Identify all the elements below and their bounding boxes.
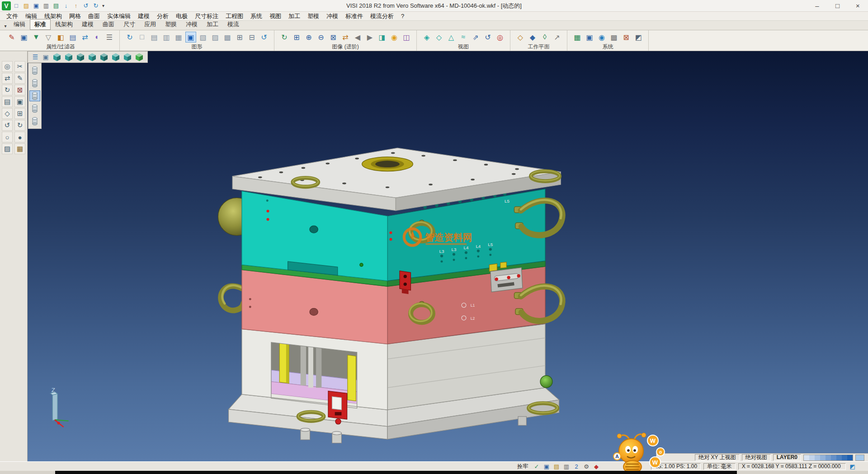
view-top-icon[interactable]: ◇ (434, 32, 444, 43)
swap-icon[interactable]: ⇄ (80, 32, 90, 43)
menu-moldflow[interactable]: 模流分析 (367, 12, 397, 20)
render-active-icon[interactable]: ▣ (185, 32, 196, 43)
silhouette-icon[interactable]: ▩ (222, 32, 233, 43)
ghost-page-icon[interactable]: ▦ (173, 32, 184, 43)
view-normal-icon[interactable]: ⇗ (470, 32, 481, 43)
viewport-3d[interactable]: ☰▣ (28, 51, 868, 461)
zoom-window-icon[interactable]: ⊞ (291, 32, 302, 43)
prev-view-icon[interactable]: ◀ (352, 32, 363, 43)
ucs-mini-icon[interactable]: ◩ (849, 462, 857, 470)
regen-icon[interactable]: ↺ (259, 32, 269, 43)
print-small-icon[interactable]: ▥ (562, 462, 571, 470)
extrude-icon[interactable]: ⊞ (14, 108, 25, 119)
scale-field[interactable]: LS: 1.00 PS: 1.00 (651, 463, 701, 470)
tab-dimension[interactable]: 尺寸 (119, 19, 140, 30)
gallery-icon[interactable]: ▤ (552, 462, 561, 470)
settings-icon[interactable]: ⚙ (582, 462, 590, 470)
shade-mode-icon[interactable]: ◨ (377, 32, 387, 43)
abs-view-field[interactable]: 绝对视图 (742, 454, 771, 461)
view-cube-5[interactable] (99, 52, 109, 62)
visi-logo-icon[interactable]: V (2, 1, 11, 10)
workplane-align-icon[interactable]: ↗ (552, 32, 562, 43)
body-item-2[interactable] (29, 78, 40, 89)
workplane-xy-icon[interactable]: ◇ (515, 32, 526, 43)
zoom-fit-icon[interactable]: ⊠ (328, 32, 339, 43)
color-swatch-strip[interactable] (803, 455, 853, 461)
system-display-icon[interactable]: ▣ (584, 32, 595, 43)
copy-icon[interactable]: ▣ (14, 96, 25, 107)
measure-icon[interactable]: ◇ (2, 108, 13, 119)
show-icon[interactable]: ● (14, 132, 25, 142)
system-cube-icon[interactable]: ◩ (633, 32, 644, 43)
delete-icon[interactable]: ⊠ (14, 85, 25, 95)
sketch-icon[interactable]: ✎ (14, 73, 25, 84)
clip-plane-icon[interactable]: ◫ (401, 32, 412, 43)
color-swatch[interactable] (842, 455, 847, 460)
select-icon[interactable]: ◎ (2, 61, 13, 72)
minimize-button[interactable]: – (807, 0, 827, 11)
plot-icon[interactable]: ▤ (52, 1, 61, 10)
zoom-in-icon[interactable]: ⊕ (303, 32, 314, 43)
view-cube-6[interactable] (110, 52, 121, 62)
close-button[interactable]: × (848, 0, 868, 11)
view-cube-4[interactable] (87, 52, 98, 62)
maximize-button[interactable]: □ (827, 0, 848, 11)
hidden-page-icon[interactable]: ▥ (161, 32, 172, 43)
tab-modeling[interactable]: 建模 (77, 19, 98, 30)
filter-clear-icon[interactable]: ▽ (43, 32, 54, 43)
trim-icon[interactable]: ✂ (14, 61, 25, 72)
hide-icon[interactable]: ○ (2, 132, 13, 142)
view-cube-1[interactable] (52, 52, 62, 62)
translucent-icon[interactable]: ▧ (198, 32, 208, 43)
body-item-3[interactable] (29, 90, 40, 101)
new-file-icon[interactable]: □ (12, 1, 21, 10)
color-swatch[interactable] (809, 455, 815, 460)
view-rotate-icon[interactable]: ↺ (482, 32, 493, 43)
menu-die[interactable]: 冲模 (323, 12, 342, 20)
tab-molding[interactable]: 塑膜 (160, 19, 181, 30)
property-copy-icon[interactable]: ▣ (19, 32, 29, 43)
mold-assembly[interactable] (218, 148, 562, 443)
print-icon[interactable]: ▥ (42, 1, 51, 10)
import-icon[interactable]: ↓ (61, 1, 71, 10)
body-item-5[interactable] (29, 116, 40, 127)
light-icon[interactable]: ◉ (389, 32, 400, 43)
system-globe-icon[interactable]: ◉ (596, 32, 607, 43)
highlight-icon[interactable]: ◐ (92, 32, 103, 43)
view-cube-3[interactable] (75, 52, 86, 62)
layers-icon[interactable]: ▤ (2, 96, 13, 107)
units-field[interactable]: 单位: 毫米 (703, 463, 736, 470)
tab-flow[interactable]: 模流 (223, 19, 244, 30)
menu-view[interactable]: 视图 (266, 12, 285, 20)
rotate-icon[interactable]: ↻ (2, 85, 13, 95)
undo-icon[interactable]: ↺ (81, 1, 90, 10)
filter-icon[interactable]: ▼ (31, 32, 42, 43)
system-grid-icon[interactable]: ▩ (609, 32, 619, 43)
next-view-icon[interactable]: ▶ (364, 32, 375, 43)
viewbar-window-icon[interactable]: ▣ (41, 52, 50, 62)
color-swatch[interactable] (826, 455, 831, 460)
ungroup-icon[interactable]: ⊟ (246, 32, 257, 43)
tabs-dropdown-icon[interactable]: ▾ (2, 24, 9, 30)
tab-wireframe[interactable]: 线架构 (51, 19, 77, 30)
3d-scene[interactable]: 智造资料网 L5 L3 L3 L4 L4 L5 L1 L2 Z (28, 51, 868, 461)
tab-standard[interactable]: 标准 (30, 19, 51, 30)
capture-icon[interactable]: ▣ (542, 462, 551, 470)
view-front-icon[interactable]: △ (446, 32, 457, 43)
qat-more-icon[interactable]: ▾ (100, 3, 106, 8)
view-cube-7[interactable] (122, 52, 133, 62)
dynamic-rotate-icon[interactable]: ↻ (279, 32, 290, 43)
group-icon[interactable]: ⊞ (234, 32, 245, 43)
menu-machining[interactable]: 加工 (285, 12, 304, 20)
body-item-1[interactable] (29, 65, 40, 76)
view-wave-icon[interactable]: ≈ (458, 32, 469, 43)
tab-surface[interactable]: 曲面 (98, 19, 119, 30)
probe-icon[interactable]: ◆ (592, 462, 600, 470)
tab-application[interactable]: 应用 (140, 19, 160, 30)
system-snap-icon[interactable]: ⊠ (621, 32, 632, 43)
export-icon[interactable]: ↑ (71, 1, 80, 10)
color-swatch[interactable] (836, 455, 842, 460)
info-2-badge[interactable]: 2 (572, 462, 580, 470)
zoom-out-icon[interactable]: ⊖ (316, 32, 326, 43)
view-mode-field[interactable]: 绝对 XY 上视图 (695, 454, 739, 461)
